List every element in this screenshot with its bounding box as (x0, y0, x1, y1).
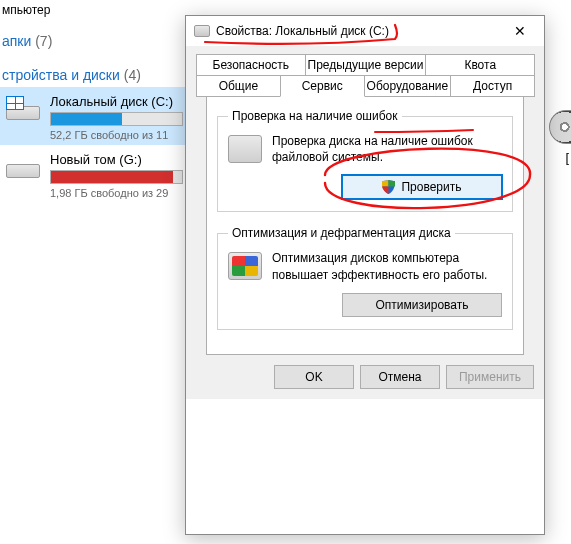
titlebar: Свойства: Локальный диск (C:) ✕ (186, 16, 544, 46)
section-folders[interactable]: апки (7) (0, 19, 185, 53)
drive-usage-bar (50, 170, 183, 184)
drive-check-icon (228, 135, 262, 163)
explorer-background: мпьютер апки (7) стройства и диски (4) Л… (0, 0, 185, 544)
defrag-icon (228, 252, 262, 280)
drive-usage-bar (50, 112, 183, 126)
drive-free-text: 52,2 ГБ свободно из 11 (50, 129, 183, 141)
apply-label: Применить (459, 370, 521, 384)
cut-letter: [ (565, 150, 569, 165)
drive-name: Новый том (G:) (50, 152, 183, 170)
dialog-footer: OK Отмена Применить (186, 355, 544, 399)
check-button-label: Проверить (401, 180, 461, 194)
drive-icon (194, 25, 210, 37)
ok-label: OK (305, 370, 322, 384)
section-folders-label: апки (2, 33, 31, 49)
cancel-button[interactable]: Отмена (360, 365, 440, 389)
tab-предыдущие версии[interactable]: Предыдущие версии (305, 54, 427, 75)
tab-сервис[interactable]: Сервис (280, 75, 365, 97)
drive-item[interactable]: Новый том (G:)1,98 ГБ свободно из 29 (0, 145, 185, 203)
close-button[interactable]: ✕ (500, 17, 540, 45)
group-error-check-legend: Проверка на наличие ошибок (228, 109, 402, 123)
dvd-drive-icon[interactable] (549, 110, 571, 144)
optimize-button[interactable]: Оптимизировать (342, 293, 502, 317)
group-error-check: Проверка на наличие ошибок Проверка диск… (217, 109, 513, 212)
tab-оборудование[interactable]: Оборудование (364, 75, 452, 97)
explorer-text-cut: мпьютер (0, 0, 185, 19)
drive-icon (6, 154, 40, 180)
dialog-title: Свойства: Локальный диск (C:) (216, 24, 500, 38)
section-folders-count: (7) (35, 33, 52, 49)
drive-name: Локальный диск (C:) (50, 94, 183, 112)
section-drives-label: стройства и диски (2, 67, 120, 83)
apply-button[interactable]: Применить (446, 365, 534, 389)
cancel-label: Отмена (378, 370, 421, 384)
optimize-button-label: Оптимизировать (376, 298, 469, 312)
drive-item[interactable]: Локальный диск (C:)52,2 ГБ свободно из 1… (0, 87, 185, 145)
ok-button[interactable]: OK (274, 365, 354, 389)
uac-shield-icon (382, 180, 395, 194)
group-defrag-text: Оптимизация дисков компьютера повышает э… (272, 250, 502, 282)
drive-icon (6, 96, 40, 122)
section-drives-count: (4) (124, 67, 141, 83)
group-defrag: Оптимизация и дефрагментация диска Оптим… (217, 226, 513, 329)
drive-free-text: 1,98 ГБ свободно из 29 (50, 187, 183, 199)
properties-dialog: Свойства: Локальный диск (C:) ✕ Безопасн… (185, 15, 545, 535)
check-button[interactable]: Проверить (342, 175, 502, 199)
tabs: БезопасностьПредыдущие версииКвота Общие… (186, 46, 544, 355)
tab-доступ[interactable]: Доступ (450, 75, 535, 97)
group-defrag-legend: Оптимизация и дефрагментация диска (228, 226, 455, 240)
tab-квота[interactable]: Квота (425, 54, 535, 75)
group-error-check-text: Проверка диска на наличие ошибок файлово… (272, 133, 502, 165)
tab-общие[interactable]: Общие (196, 75, 281, 97)
tab-body-service: Проверка на наличие ошибок Проверка диск… (206, 97, 524, 355)
tab-безопасность[interactable]: Безопасность (196, 54, 306, 75)
section-drives[interactable]: стройства и диски (4) (0, 53, 185, 87)
